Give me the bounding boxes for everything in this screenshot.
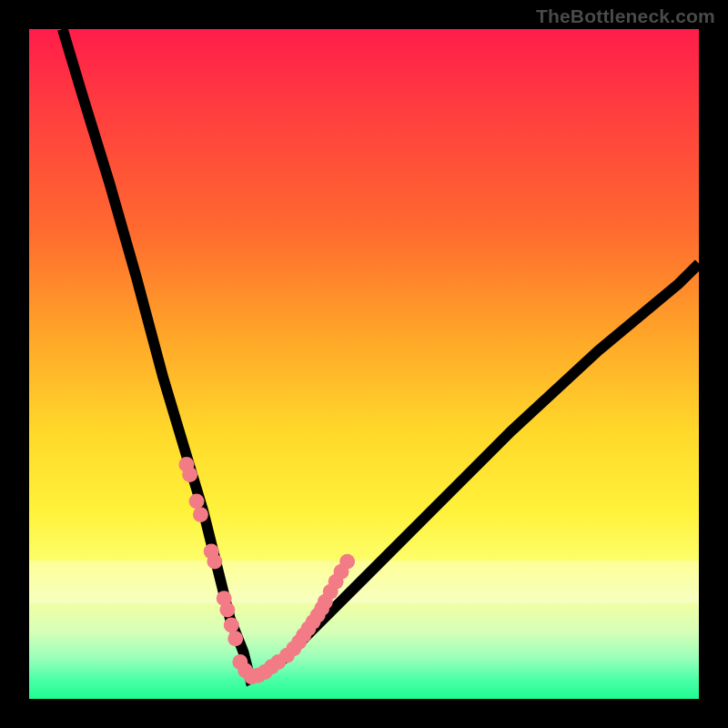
data-dots: [178, 457, 355, 684]
data-dot: [224, 618, 239, 633]
curve-svg: [29, 29, 699, 699]
data-dot: [193, 507, 208, 522]
watermark-text: TheBottleneck.com: [536, 5, 715, 27]
data-dot: [189, 493, 205, 509]
data-dot: [339, 554, 355, 570]
plot-area: [29, 29, 699, 699]
data-dot: [182, 467, 197, 482]
chart-frame: TheBottleneck.com: [0, 0, 728, 728]
bottleneck-curve: [63, 29, 699, 679]
data-dot: [207, 554, 222, 570]
data-dot: [228, 631, 243, 646]
data-dot: [219, 602, 235, 618]
